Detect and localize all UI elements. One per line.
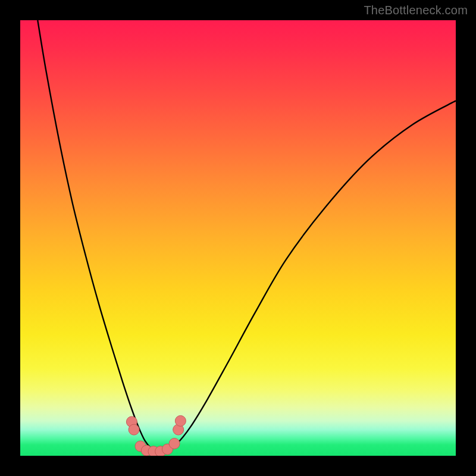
- marker-layer: [126, 415, 186, 456]
- plot-area: [20, 20, 456, 456]
- watermark-text: TheBottleneck.com: [364, 4, 468, 17]
- curve-layer: [37, 20, 456, 452]
- chart-frame: TheBottleneck.com: [0, 0, 476, 476]
- data-marker: [175, 415, 186, 426]
- bottleneck-curve: [37, 20, 456, 452]
- data-marker: [169, 439, 180, 449]
- data-marker: [129, 424, 139, 435]
- chart-svg: [20, 20, 456, 456]
